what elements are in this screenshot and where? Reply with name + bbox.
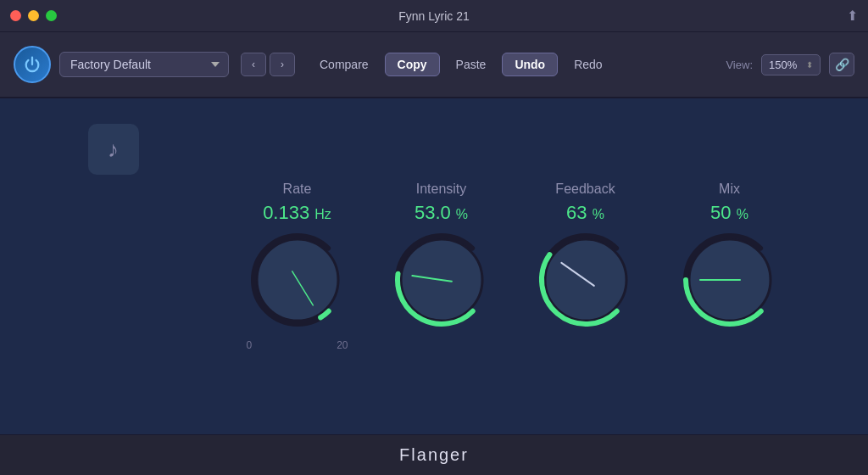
knob-svg-feedback[interactable] xyxy=(535,229,637,331)
nav-buttons: ‹ › xyxy=(241,53,295,76)
link-button[interactable]: 🔗 xyxy=(829,53,854,76)
knob-section-feedback: Feedback63 % xyxy=(535,182,637,331)
undo-button[interactable]: Undo xyxy=(502,53,558,76)
view-label: View: xyxy=(726,59,753,71)
toolbar-buttons: Compare Copy Paste Undo Redo xyxy=(307,53,615,76)
note-icon: ♪ xyxy=(108,137,119,163)
view-stepper-icon: ⬍ xyxy=(806,60,813,70)
knobs-container: Rate0.133 Hz020Intensity53.0 %Feedback63… xyxy=(247,182,781,351)
toolbar-right: View: 150% ⬍ 🔗 xyxy=(726,53,854,76)
knob-label-intensity: Intensity xyxy=(416,182,467,197)
title-bar: Fynn Lyric 21 ⬆ xyxy=(0,0,868,32)
plugin-name: Flanger xyxy=(399,445,469,465)
back-button[interactable]: ‹ xyxy=(241,53,266,76)
minimize-button[interactable] xyxy=(28,10,39,21)
knob-ticks-rate: 020 xyxy=(247,339,348,351)
knob-label-rate: Rate xyxy=(283,182,312,197)
copy-button[interactable]: Copy xyxy=(385,53,440,76)
knob-value-mix: 50 % xyxy=(710,202,748,224)
knob-value-intensity: 53.0 % xyxy=(415,202,468,224)
back-icon: ‹ xyxy=(252,59,255,70)
toolbar: Factory Default ‹ › Compare Copy Paste U… xyxy=(0,32,868,98)
maximize-button[interactable] xyxy=(46,10,57,21)
link-icon: 🔗 xyxy=(835,58,849,71)
close-button[interactable] xyxy=(10,10,21,21)
title-bar-right: ⬆ xyxy=(847,8,858,24)
knob-svg-mix[interactable] xyxy=(679,229,781,331)
view-control[interactable]: 150% ⬍ xyxy=(761,54,821,75)
knob-section-rate: Rate0.133 Hz020 xyxy=(247,182,348,351)
knob-label-mix: Mix xyxy=(719,182,740,197)
knob-svg-rate[interactable] xyxy=(247,229,348,331)
power-button[interactable] xyxy=(14,46,51,83)
compare-button[interactable]: Compare xyxy=(307,53,381,76)
power-icon xyxy=(23,55,42,74)
forward-icon: › xyxy=(281,59,284,70)
knob-value-feedback: 63 % xyxy=(566,202,604,224)
plugin-icon: ♪ xyxy=(88,124,139,175)
main-content: ♪ Rate0.133 Hz020Intensity53.0 %Feedback… xyxy=(0,98,868,434)
knob-label-feedback: Feedback xyxy=(555,182,615,197)
window-title: Fynn Lyric 21 xyxy=(398,9,470,23)
upload-icon[interactable]: ⬆ xyxy=(847,8,858,23)
knob-svg-intensity[interactable] xyxy=(391,229,492,331)
knob-section-intensity: Intensity53.0 % xyxy=(391,182,492,331)
knob-value-rate: 0.133 Hz xyxy=(263,202,331,224)
redo-button[interactable]: Redo xyxy=(561,53,615,76)
forward-button[interactable]: › xyxy=(270,53,295,76)
knob-section-mix: Mix50 % xyxy=(679,182,781,331)
paste-button[interactable]: Paste xyxy=(443,53,499,76)
preset-dropdown[interactable]: Factory Default xyxy=(59,52,229,77)
traffic-lights xyxy=(10,10,57,21)
view-value: 150% xyxy=(769,59,797,71)
bottom-bar: Flanger xyxy=(0,434,868,475)
